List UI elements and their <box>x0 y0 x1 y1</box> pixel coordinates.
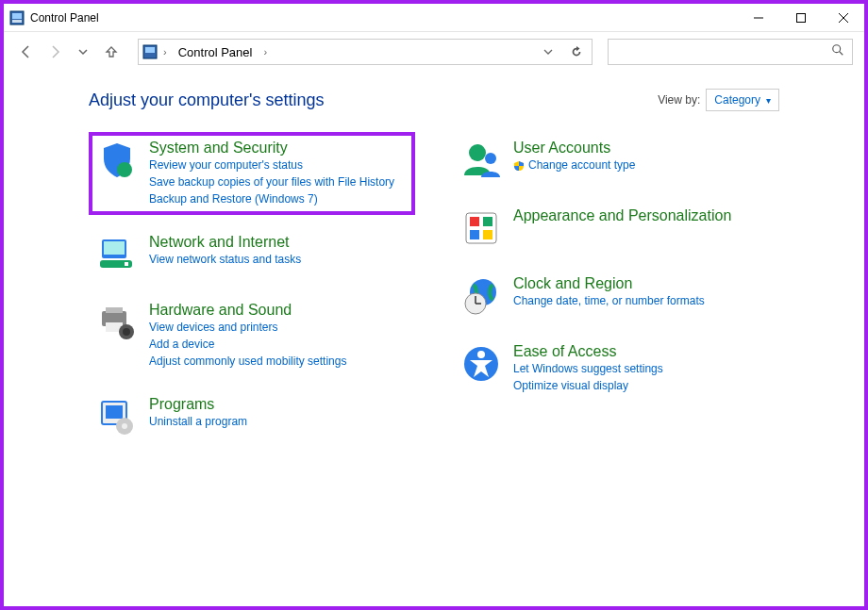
svg-point-25 <box>469 144 486 161</box>
accessibility-icon <box>460 343 502 385</box>
category-link[interactable]: View network status and tasks <box>149 251 301 268</box>
chevron-right-icon[interactable]: › <box>263 46 267 58</box>
content-header: Adjust your computer's settings View by:… <box>89 89 779 111</box>
category-programs[interactable]: Programs Uninstall a program <box>89 388 415 445</box>
category-title[interactable]: Network and Internet <box>149 234 301 251</box>
svg-point-9 <box>833 45 841 53</box>
svg-rect-17 <box>106 307 123 313</box>
category-ease-of-access[interactable]: Ease of Access Let Windows suggest setti… <box>453 336 779 402</box>
svg-point-11 <box>117 162 132 177</box>
svg-rect-29 <box>483 217 492 226</box>
minimize-button[interactable] <box>737 4 779 32</box>
up-button[interactable] <box>100 41 123 63</box>
window-title: Control Panel <box>30 11 737 25</box>
category-appearance[interactable]: Appearance and Personalization <box>453 200 779 256</box>
category-title[interactable]: Appearance and Personalization <box>513 207 731 224</box>
category-link[interactable]: Save backup copies of your files with Fi… <box>149 173 394 190</box>
svg-point-37 <box>477 351 485 358</box>
category-title[interactable]: Programs <box>149 396 247 413</box>
category-link[interactable]: Uninstall a program <box>149 413 247 430</box>
viewby-button[interactable]: Category ▾ <box>706 89 779 111</box>
category-title[interactable]: User Accounts <box>513 140 635 157</box>
clock-globe-icon <box>460 275 502 317</box>
svg-rect-31 <box>483 230 492 239</box>
recent-dropdown[interactable] <box>72 41 94 63</box>
content-area: Adjust your computer's settings View by:… <box>4 72 864 606</box>
chevron-down-icon: ▾ <box>766 95 771 106</box>
category-network[interactable]: Network and Internet View network status… <box>89 226 415 283</box>
category-link[interactable]: Add a device <box>149 336 346 353</box>
left-column: System and Security Review your computer… <box>89 132 415 445</box>
close-button[interactable] <box>822 4 864 32</box>
address-bar[interactable]: › Control Panel › <box>138 39 593 65</box>
uac-shield-icon <box>513 159 525 171</box>
printer-camera-icon <box>96 302 138 343</box>
category-hardware[interactable]: Hardware and Sound View devices and prin… <box>89 294 415 377</box>
svg-point-24 <box>122 423 127 429</box>
svg-line-10 <box>840 52 843 56</box>
category-link[interactable]: Backup and Restore (Windows 7) <box>149 190 394 207</box>
category-grid: System and Security Review your computer… <box>89 132 779 445</box>
right-column: User Accounts Change account type Appear… <box>453 132 779 402</box>
category-system-security[interactable]: System and Security Review your computer… <box>89 132 415 215</box>
category-title[interactable]: Ease of Access <box>513 343 663 360</box>
svg-rect-8 <box>145 47 155 53</box>
globe-network-icon <box>96 234 138 275</box>
maximize-button[interactable] <box>779 4 822 32</box>
svg-rect-28 <box>470 217 479 226</box>
svg-rect-4 <box>796 13 805 22</box>
chevron-right-icon: › <box>163 46 167 58</box>
appearance-icon <box>460 207 502 249</box>
svg-point-26 <box>485 153 496 164</box>
viewby-value: Category <box>714 93 760 107</box>
category-link[interactable]: Let Windows suggest settings <box>513 360 663 377</box>
category-link[interactable]: Change account type <box>513 157 635 173</box>
forward-button[interactable] <box>43 41 66 63</box>
search-box[interactable] <box>608 39 853 65</box>
titlebar: Control Panel <box>4 4 864 32</box>
svg-point-20 <box>123 328 130 336</box>
svg-rect-30 <box>470 230 479 239</box>
category-link[interactable]: View devices and printers <box>149 319 346 336</box>
svg-rect-2 <box>12 20 22 23</box>
category-title[interactable]: Clock and Region <box>513 275 705 292</box>
back-button[interactable] <box>15 41 38 63</box>
location-icon <box>142 44 158 59</box>
search-input[interactable] <box>616 45 831 59</box>
svg-rect-1 <box>12 13 22 19</box>
control-panel-icon <box>9 10 25 25</box>
category-link[interactable]: Review your computer's status <box>149 157 394 173</box>
category-title[interactable]: System and Security <box>149 140 394 157</box>
programs-icon <box>96 396 138 437</box>
svg-rect-22 <box>106 405 123 419</box>
category-link[interactable]: Optimize visual display <box>513 377 663 394</box>
category-clock-region[interactable]: Clock and Region Change date, time, or n… <box>453 268 779 324</box>
breadcrumb[interactable]: Control Panel <box>173 43 259 61</box>
page-title: Adjust your computer's settings <box>89 91 658 110</box>
category-title[interactable]: Hardware and Sound <box>149 302 346 319</box>
expand-dropdown[interactable] <box>537 41 559 63</box>
category-user-accounts[interactable]: User Accounts Change account type <box>453 132 779 189</box>
category-link[interactable]: Adjust commonly used mobility settings <box>149 353 346 370</box>
viewby-label: View by: <box>658 93 700 107</box>
refresh-button[interactable] <box>565 41 588 63</box>
search-icon[interactable] <box>831 43 844 60</box>
category-link[interactable]: Change date, time, or number formats <box>513 292 705 309</box>
navigation-row: › Control Panel › <box>4 32 864 72</box>
user-accounts-icon <box>460 140 502 181</box>
window-frame: Control Panel › Control Panel › Adju <box>0 0 868 610</box>
svg-rect-13 <box>104 241 125 255</box>
shield-pc-icon <box>96 140 138 181</box>
svg-rect-15 <box>125 262 128 266</box>
